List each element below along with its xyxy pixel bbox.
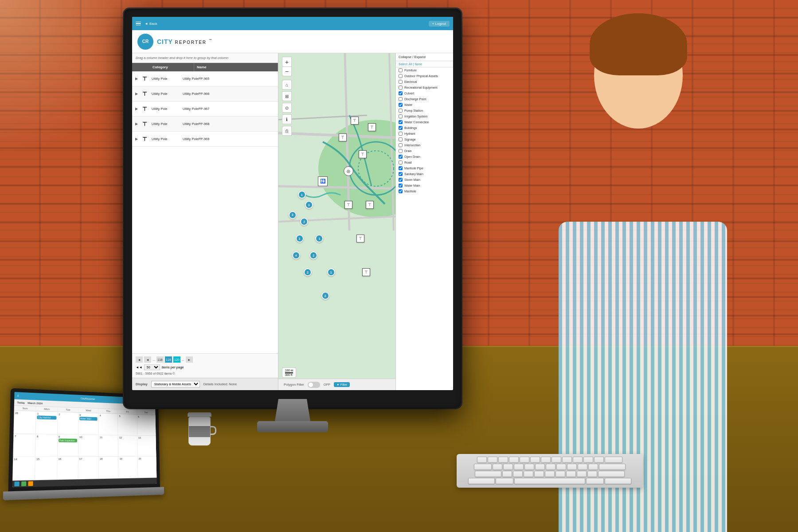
layer-discharge-checkbox[interactable] bbox=[399, 97, 403, 101]
kb-key[interactable] bbox=[587, 471, 597, 477]
kb-key[interactable] bbox=[493, 464, 502, 470]
cal-cell-6[interactable]: 6 bbox=[137, 415, 156, 435]
cal-event-1[interactable]: City Hall Rd bbox=[37, 415, 56, 419]
layer-drain-checkbox[interactable] bbox=[399, 149, 403, 153]
cal-cell-20[interactable]: 20 bbox=[138, 457, 157, 477]
layer-road-checkbox[interactable] bbox=[399, 160, 403, 164]
kb-key-backspace[interactable] bbox=[605, 457, 622, 463]
map-tool-layers[interactable]: ⊞ bbox=[282, 91, 292, 101]
kb-key-caps[interactable] bbox=[475, 471, 501, 477]
kb-key[interactable] bbox=[577, 471, 587, 477]
layer-irrigation-checkbox[interactable] bbox=[399, 114, 403, 118]
row-expand-icon[interactable]: ▶ bbox=[132, 137, 139, 141]
layer-electrical-checkbox[interactable] bbox=[399, 80, 403, 84]
cal-cell-13[interactable]: 13 bbox=[137, 435, 156, 456]
kb-key[interactable] bbox=[509, 457, 519, 463]
layer-manhole-pipe-checkbox[interactable] bbox=[399, 166, 403, 170]
layer-recreational-checkbox[interactable] bbox=[399, 86, 403, 90]
cal-cell-8[interactable]: 8 bbox=[35, 434, 58, 457]
layer-pump-checkbox[interactable] bbox=[399, 109, 403, 113]
kb-key[interactable] bbox=[552, 457, 561, 463]
layer-furniture-checkbox[interactable] bbox=[399, 68, 403, 72]
col-header-name[interactable]: Name bbox=[194, 63, 278, 71]
back-button[interactable]: ◄ Back bbox=[145, 22, 157, 26]
map-tool-home[interactable]: ⌂ bbox=[282, 80, 292, 90]
logout-button[interactable]: + Logout bbox=[429, 21, 450, 27]
layer-hydrant-checkbox[interactable] bbox=[399, 132, 403, 136]
cal-cell-19[interactable]: 19 bbox=[118, 457, 138, 478]
row-expand-icon[interactable]: ▶ bbox=[132, 122, 139, 126]
kb-key[interactable] bbox=[567, 464, 577, 470]
kb-key[interactable] bbox=[514, 464, 524, 470]
kb-key-alt[interactable] bbox=[496, 478, 513, 484]
kb-key[interactable] bbox=[562, 457, 572, 463]
kb-key[interactable] bbox=[556, 464, 566, 470]
kb-key-ctrl-r[interactable] bbox=[605, 478, 631, 484]
cal-cell-5[interactable]: 5 bbox=[118, 414, 137, 435]
kb-key[interactable] bbox=[503, 464, 513, 470]
layer-manhole-checkbox[interactable] bbox=[399, 189, 403, 193]
map-tool-location[interactable]: ⊙ bbox=[282, 103, 292, 113]
layer-intersection-checkbox[interactable] bbox=[399, 143, 403, 147]
cal-cell-12[interactable]: 12 bbox=[118, 435, 138, 457]
page-118-btn[interactable]: 118 bbox=[156, 356, 164, 363]
table-row[interactable]: ▶ ⊤ Utility Pole Utility PolePP-966 bbox=[132, 86, 278, 102]
layer-storm-checkbox[interactable] bbox=[399, 178, 403, 182]
cal-cell-7[interactable]: 7 bbox=[13, 434, 36, 457]
layer-signage-checkbox[interactable] bbox=[399, 137, 403, 141]
kb-key[interactable] bbox=[524, 471, 533, 477]
cal-cell-3[interactable]: 3 Water Main bbox=[78, 413, 99, 434]
kb-key[interactable] bbox=[534, 471, 544, 477]
taskbar-app-2[interactable] bbox=[28, 481, 33, 486]
kb-key[interactable] bbox=[477, 457, 487, 463]
kb-key[interactable] bbox=[594, 457, 604, 463]
kb-key[interactable] bbox=[535, 464, 545, 470]
cal-cell-4[interactable]: 4 bbox=[99, 413, 118, 434]
table-row[interactable]: ▶ ⊤ Utility Pole Utility PolePP-969 bbox=[132, 132, 278, 147]
cal-cell-28[interactable]: 28 bbox=[14, 411, 36, 434]
map-tool-print[interactable]: ⎙ bbox=[282, 126, 292, 136]
taskbar-app-1[interactable] bbox=[21, 481, 26, 486]
taskbar-start[interactable] bbox=[14, 481, 19, 486]
layer-culvert-checkbox[interactable] bbox=[399, 91, 403, 95]
filter-button[interactable]: ▼ Filter bbox=[334, 382, 350, 387]
page-next-btn[interactable]: ► bbox=[186, 356, 193, 363]
kb-key[interactable] bbox=[578, 464, 587, 470]
polygon-toggle[interactable] bbox=[308, 382, 320, 388]
kb-key[interactable] bbox=[524, 464, 534, 470]
cal-cell-1[interactable]: 1 City Hall Rd bbox=[36, 411, 58, 434]
kb-key-tab[interactable] bbox=[474, 464, 492, 470]
cal-cell-18[interactable]: 18 bbox=[99, 457, 119, 478]
laptop-toolbar-today[interactable]: Today bbox=[17, 401, 25, 404]
cal-cell-2[interactable]: 2 bbox=[58, 412, 78, 434]
page-prev-btn[interactable]: ◄ bbox=[144, 356, 151, 363]
kb-key[interactable] bbox=[555, 471, 565, 477]
kb-key[interactable] bbox=[545, 471, 555, 477]
table-row[interactable]: ▶ ⊤ Utility Pole Utility PolePP-968 bbox=[132, 117, 278, 132]
layer-buildings-checkbox[interactable] bbox=[399, 126, 403, 130]
table-row[interactable]: ▶ ⊤ Utility Pole Utility PolePP-967 bbox=[132, 102, 278, 117]
kb-key[interactable] bbox=[530, 457, 540, 463]
layer-water-connection-checkbox[interactable] bbox=[399, 120, 403, 124]
hamburger-menu-icon[interactable] bbox=[136, 22, 141, 26]
kb-key[interactable] bbox=[566, 471, 576, 477]
kb-key[interactable] bbox=[498, 457, 508, 463]
cal-cell-15[interactable]: 15 bbox=[35, 457, 57, 480]
layer-collapse-expand[interactable]: Collapse / Expand bbox=[396, 53, 453, 61]
layer-water-checkbox[interactable] bbox=[399, 103, 403, 107]
kb-key[interactable] bbox=[488, 457, 497, 463]
kb-key-space[interactable] bbox=[514, 478, 585, 484]
kb-key[interactable] bbox=[520, 457, 529, 463]
page-first-btn[interactable]: ◄ bbox=[136, 356, 143, 363]
cal-cell-16[interactable]: 16 bbox=[57, 457, 78, 479]
kb-key[interactable] bbox=[583, 457, 593, 463]
cal-cell-10[interactable]: 10 bbox=[78, 434, 99, 456]
first-last-nav[interactable]: ◄◄ bbox=[136, 365, 142, 369]
layer-water-main-checkbox[interactable] bbox=[399, 184, 403, 188]
kb-key[interactable] bbox=[588, 464, 598, 470]
cal-cell-11[interactable]: 11 bbox=[99, 435, 119, 456]
zoom-in-button[interactable]: + bbox=[282, 57, 292, 66]
cal-event-3[interactable]: Park Inspection bbox=[59, 438, 77, 442]
kb-key-shift[interactable] bbox=[598, 471, 625, 477]
col-header-category[interactable]: Category bbox=[150, 63, 194, 71]
